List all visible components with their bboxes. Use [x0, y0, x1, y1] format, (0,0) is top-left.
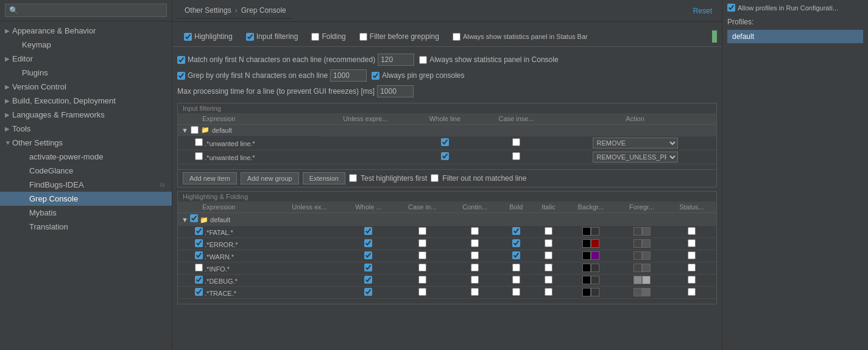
- group-checkbox[interactable]: [190, 214, 198, 222]
- status-checkbox[interactable]: [688, 264, 696, 271]
- fg-swatch2[interactable]: [642, 239, 651, 248]
- contin-checkbox[interactable]: [471, 251, 479, 259]
- whole-checkbox[interactable]: [364, 264, 372, 271]
- profile-item-default[interactable]: default: [727, 30, 863, 43]
- whole-checkbox[interactable]: [364, 288, 372, 296]
- italic-checkbox[interactable]: [545, 264, 552, 271]
- collapse-arrow[interactable]: ▼: [182, 127, 188, 134]
- allow-profiles-checkbox[interactable]: [727, 4, 735, 12]
- fg-swatch2[interactable]: [642, 227, 651, 236]
- bg-swatch[interactable]: [582, 251, 591, 260]
- fg-swatch[interactable]: [633, 276, 642, 284]
- whole-checkbox[interactable]: [364, 227, 372, 235]
- case-checkbox[interactable]: [418, 227, 426, 235]
- whole-checkbox[interactable]: [364, 239, 372, 247]
- fg-swatch[interactable]: [633, 264, 642, 272]
- filter-out-not-matched-checkbox[interactable]: [431, 174, 439, 182]
- highlighting-checkbox[interactable]: [184, 33, 192, 41]
- italic-checkbox[interactable]: [545, 239, 552, 247]
- fg-swatch2[interactable]: [642, 288, 651, 296]
- bold-checkbox[interactable]: [512, 239, 520, 247]
- whole-checkbox[interactable]: [364, 251, 372, 259]
- bg-swatch2[interactable]: [591, 264, 599, 272]
- bg-swatch[interactable]: [582, 276, 591, 284]
- sidebar-item-codeglance[interactable]: CodeGlance: [0, 164, 172, 178]
- bold-checkbox[interactable]: [512, 276, 520, 284]
- collapse-arrow[interactable]: ▼: [182, 216, 188, 223]
- case-checkbox[interactable]: [418, 264, 426, 271]
- filter-before-grepping-checkbox[interactable]: [359, 33, 367, 41]
- sidebar-item-mybatis[interactable]: Mybatis: [0, 206, 172, 220]
- fg-swatch2[interactable]: [642, 264, 651, 272]
- bold-checkbox[interactable]: [512, 264, 520, 271]
- sidebar-item-languages[interactable]: ▶ Languages & Frameworks: [0, 108, 172, 122]
- bg-swatch2[interactable]: [591, 288, 599, 296]
- sidebar-item-plugins[interactable]: Plugins: [0, 66, 172, 80]
- contin-checkbox[interactable]: [471, 227, 479, 235]
- row-checkbox[interactable]: [195, 276, 203, 284]
- sidebar-item-version-control[interactable]: ▶ Version Control: [0, 80, 172, 94]
- tab-folding[interactable]: Folding: [305, 29, 352, 44]
- bg-swatch[interactable]: [582, 239, 591, 248]
- contin-checkbox[interactable]: [471, 276, 479, 284]
- action-select[interactable]: REMOVE_UNLESS_PREVIOUSL... REMOVE: [593, 152, 678, 163]
- bold-checkbox[interactable]: [512, 227, 520, 235]
- always-show-console-checkbox[interactable]: [419, 56, 427, 64]
- sidebar-item-other-settings[interactable]: ▼ Other Settings: [0, 136, 172, 150]
- fg-swatch2[interactable]: [642, 276, 651, 284]
- status-checkbox[interactable]: [688, 276, 696, 284]
- whole-line-checkbox[interactable]: [441, 152, 449, 160]
- sidebar-item-activate-power-mode[interactable]: activate-power-mode: [0, 150, 172, 164]
- fg-swatch[interactable]: [633, 251, 642, 260]
- search-input[interactable]: [5, 4, 167, 17]
- row-checkbox[interactable]: [195, 138, 203, 146]
- status-checkbox[interactable]: [688, 239, 696, 247]
- case-checkbox[interactable]: [418, 239, 426, 247]
- case-checkbox[interactable]: [418, 251, 426, 259]
- input-filtering-checkbox[interactable]: [246, 33, 254, 41]
- add-new-group-button[interactable]: Add new group: [241, 172, 299, 184]
- max-processing-input[interactable]: [377, 85, 414, 97]
- row-checkbox[interactable]: [195, 152, 203, 160]
- match-first-n-checkbox[interactable]: [177, 56, 185, 64]
- fg-swatch[interactable]: [633, 227, 642, 236]
- case-insensitive-checkbox[interactable]: [512, 138, 520, 146]
- status-checkbox[interactable]: [688, 251, 696, 259]
- tab-input-filtering[interactable]: Input filtering: [239, 29, 305, 44]
- sidebar-item-build[interactable]: ▶ Build, Execution, Deployment: [0, 94, 172, 108]
- bold-checkbox[interactable]: [512, 288, 520, 296]
- contin-checkbox[interactable]: [471, 264, 479, 271]
- reset-button[interactable]: Reset: [688, 4, 717, 18]
- italic-checkbox[interactable]: [545, 251, 552, 259]
- always-pin-checkbox[interactable]: [372, 72, 379, 80]
- row-checkbox[interactable]: [195, 239, 203, 247]
- bg-swatch2[interactable]: [591, 239, 599, 248]
- bg-swatch2[interactable]: [591, 276, 599, 284]
- group-checkbox[interactable]: [191, 126, 199, 134]
- case-checkbox[interactable]: [418, 288, 426, 296]
- status-checkbox[interactable]: [688, 288, 696, 296]
- row-checkbox[interactable]: [195, 251, 203, 259]
- row-checkbox[interactable]: [195, 288, 203, 296]
- test-highlighters-first-checkbox[interactable]: [349, 174, 357, 182]
- sidebar-item-appearance[interactable]: ▶ Appearance & Behavior: [0, 24, 172, 38]
- action-select[interactable]: REMOVE REMOVE_UNLESS_PREVIOUSL...: [593, 138, 678, 149]
- tab-filter-before-grepping[interactable]: Filter before grepping: [353, 29, 446, 44]
- italic-checkbox[interactable]: [545, 288, 552, 296]
- sidebar-item-tools[interactable]: ▶ Tools: [0, 122, 172, 136]
- grep-first-n-checkbox[interactable]: [177, 72, 185, 80]
- bold-checkbox[interactable]: [512, 251, 520, 259]
- italic-checkbox[interactable]: [545, 276, 552, 284]
- case-checkbox[interactable]: [418, 276, 426, 284]
- grep-first-n-input[interactable]: [330, 69, 367, 82]
- extension-button[interactable]: Extension: [303, 172, 345, 184]
- folding-checkbox[interactable]: [311, 33, 319, 41]
- tab-highlighting[interactable]: Highlighting: [177, 29, 239, 44]
- status-checkbox[interactable]: [688, 227, 696, 235]
- sidebar-item-translation[interactable]: Translation: [0, 220, 172, 234]
- whole-checkbox[interactable]: [364, 276, 372, 284]
- bg-swatch2[interactable]: [591, 227, 599, 236]
- tab-always-show-stats[interactable]: Always show statistics panel in Status B…: [446, 30, 595, 44]
- add-new-item-button[interactable]: Add new item: [183, 172, 237, 184]
- row-checkbox[interactable]: [195, 227, 203, 235]
